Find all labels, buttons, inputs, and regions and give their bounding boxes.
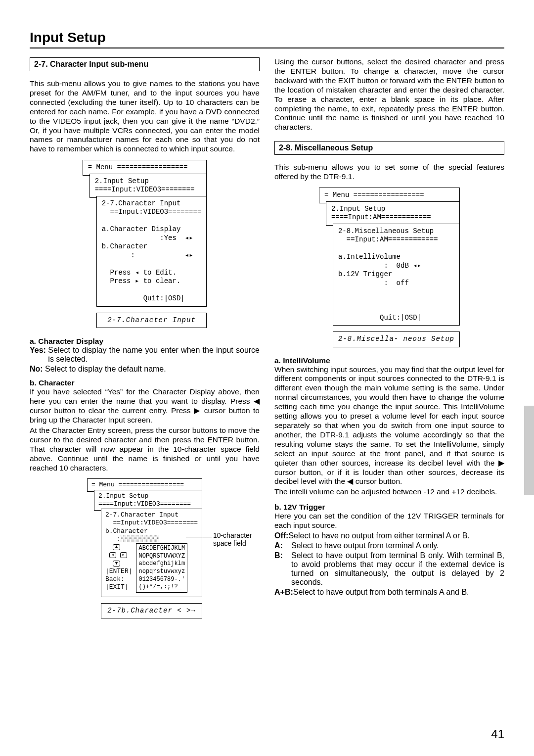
- osd-figure-2-7b: = Menu ================= 2.Input Setup =…: [30, 478, 260, 618]
- a-intellivolume-p2: The intelli volume can be adjusted betwe…: [274, 487, 504, 497]
- character-grid: ABCDEFGHIJKLM NOPQRSTUVWXYZ abcdefghijkl…: [136, 543, 187, 593]
- section-2-7-heading: 2-7. Character Input sub-menu: [30, 57, 260, 71]
- section-2-8-intro: This sub-menu allows you to set some of …: [274, 163, 504, 182]
- b-12v-trigger-head: b. 12V Trigger: [274, 503, 504, 512]
- off-label: Off:: [274, 531, 288, 540]
- left-arrow-icon: ◂: [109, 552, 116, 558]
- page-title: Input Setup: [30, 30, 504, 46]
- yes-body: Select to display the name you enter whe…: [48, 346, 260, 364]
- left-column: 2-7. Character Input sub-menu This sub-m…: [30, 57, 260, 618]
- two-column-layout: 2-7. Character Input sub-menu This sub-m…: [30, 57, 504, 618]
- a-definition: A: Select to have output from terminal A…: [274, 541, 504, 550]
- osd-figure-2-7: = Menu ================= 2.Input Setup =…: [30, 160, 260, 328]
- callout-leader-line: [186, 537, 212, 537]
- section-2-8-heading: 2-8. Miscellaneous Setup: [274, 141, 504, 155]
- osd-panel-label-28: 2-8.Miscella- neous Setup: [333, 331, 460, 347]
- b-body: Select to have output from terminal B on…: [291, 551, 504, 587]
- off-definition: Off: Select to have no output from eithe…: [274, 531, 504, 540]
- b-12v-trigger-intro: Here you can set the condition of the 12…: [274, 512, 504, 530]
- a-character-display-head: a. Character Display: [30, 337, 260, 346]
- page-number: 41: [491, 727, 504, 741]
- down-arrow-icon: ▼: [113, 561, 120, 567]
- a-label: A:: [274, 541, 291, 550]
- right-arrow-icon: ▸: [120, 552, 127, 558]
- continuation-paragraph: Using the cursor buttons, select the des…: [274, 57, 504, 132]
- b-label: B:: [274, 551, 291, 587]
- ab-definition: A+B: Select to have output from both ter…: [274, 588, 504, 597]
- ab-body: Select to have output from both terminal…: [293, 588, 504, 597]
- osd-character-entry-box: 2-7.Character Input ==Input:VIDEO3======…: [101, 509, 202, 597]
- osd-character-input-box: 2-7.Character Input ==Input:VIDEO3======…: [96, 196, 207, 307]
- no-body: Select to display the default name.: [45, 365, 260, 374]
- b-definition: B: Select to have output from terminal B…: [274, 551, 504, 587]
- no-definition: No: Select to display the default name.: [30, 365, 260, 374]
- a-body: Select to have output from terminal A on…: [291, 541, 504, 550]
- ten-char-callout: 10-character space field: [213, 532, 252, 547]
- osd-input-setup-box: 2.Input Setup ====Input:VIDEO3========: [89, 174, 207, 198]
- ab-label: A+B:: [274, 588, 293, 597]
- thumb-index-tab: [524, 406, 534, 495]
- osd-input-setup-box-b: 2.Input Setup ====Input:VIDEO3========: [94, 490, 202, 511]
- right-column: Using the cursor buttons, select the des…: [274, 57, 504, 618]
- a-intellivolume-head: a. IntelliVolume: [274, 356, 504, 365]
- off-body: Select to have no output from either ter…: [288, 531, 504, 540]
- b-character-p1: If you have selected “Yes” for the Chara…: [30, 387, 260, 425]
- osd-input-setup-box-28: 2.Input Setup ====Input:AM============: [326, 201, 460, 226]
- b-character-head: b. Character: [30, 378, 260, 387]
- osd-panel-label-b: 2-7b.Character < >→: [101, 603, 202, 619]
- osd-misc-setup-box: 2-8.Miscellaneous Setup ==Input:AM======…: [333, 224, 460, 326]
- yes-label: Yes:: [30, 346, 48, 364]
- yes-definition: Yes: Select to display the name you ente…: [30, 346, 260, 364]
- section-2-7-intro: This sub-menu allows you to give names t…: [30, 79, 260, 154]
- osd-figure-2-8: = Menu ================= 2.Input Setup =…: [274, 188, 504, 347]
- up-arrow-icon: ▲: [113, 544, 120, 550]
- a-intellivolume-p1: When switching input sources, you may fi…: [274, 365, 504, 487]
- osd-panel-label: 2-7.Character Input: [96, 313, 207, 329]
- title-rule: [30, 47, 504, 48]
- b-character-p2: At the Character Entry screen, press the…: [30, 426, 260, 473]
- no-label: No:: [30, 365, 45, 374]
